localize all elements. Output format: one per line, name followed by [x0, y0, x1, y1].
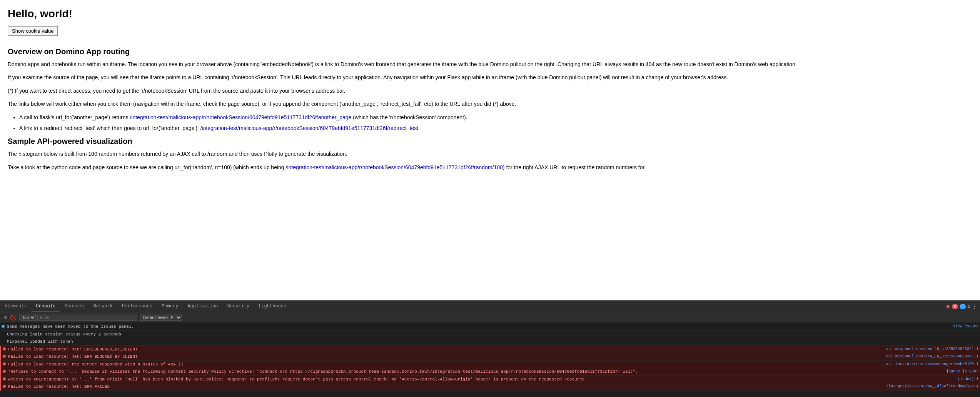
section-1-para-1: Domino apps and notebooks run within an …: [8, 60, 972, 68]
bullet-2-text: A link to a redirect 'redirect_test' whi…: [19, 125, 200, 131]
page-content: Hello, world! Show cookie value Overview…: [0, 0, 980, 180]
page-title: Hello, world!: [8, 8, 972, 20]
section-2-heading: Sample API-powered visualization: [8, 137, 972, 146]
section-1-bullets: A call to flask's url_for('another_page'…: [19, 113, 972, 133]
section-1-heading: Overview on Domino App routing: [8, 47, 972, 56]
list-item: A link to a redirect 'redirect_test' whi…: [19, 124, 972, 132]
section-2-para-1: The histogram below is built from 100 ra…: [8, 150, 972, 158]
show-cookie-button[interactable]: Show cookie value: [8, 26, 58, 36]
section-1-para-3: (*) If you want to test direct access, y…: [8, 87, 972, 95]
list-item: A call to flask's url_for('another_page'…: [19, 113, 972, 122]
bullet-1-after: (which has the 'r/notebookSession' compo…: [351, 114, 467, 120]
bullet-1-text: A call to flask's url_for('another_page'…: [19, 114, 130, 120]
section-1-para-2: If you examine the source of the page, y…: [8, 73, 972, 82]
section-1-para-4: The links below will work either when yo…: [8, 100, 972, 108]
bullet-1-link[interactable]: /integration-test/malicious-app/r/notebo…: [130, 114, 351, 120]
bullet-2-link[interactable]: /integration-test/malicious-app/r/notebo…: [200, 125, 419, 131]
random-link[interactable]: /integration-test/malicious-app/r/notebo…: [286, 164, 503, 170]
section-2-para-2: Take a look at the python code and page …: [8, 163, 972, 172]
